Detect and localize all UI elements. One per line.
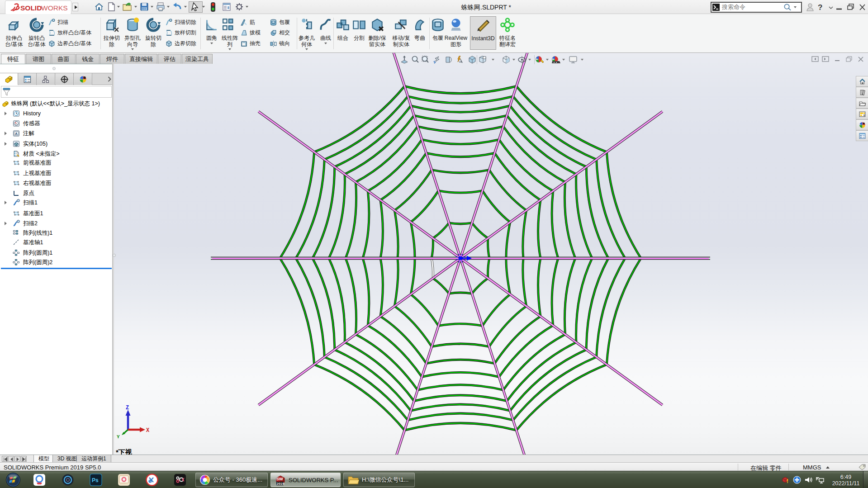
svg-text:Z: Z	[126, 405, 129, 411]
svg-text:Y: Y	[117, 434, 120, 439]
svg-text:SOLID: SOLID	[20, 4, 42, 12]
svg-text:2019: 2019	[277, 482, 285, 486]
svg-text:Ps: Ps	[92, 477, 99, 483]
svg-text:A: A	[15, 132, 18, 136]
svg-text:SW: SW	[276, 476, 283, 481]
svg-text:X: X	[146, 427, 150, 434]
svg-text:WORKS: WORKS	[41, 4, 68, 12]
svg-text:?: ?	[818, 3, 822, 12]
svg-text:!: !	[787, 478, 788, 484]
